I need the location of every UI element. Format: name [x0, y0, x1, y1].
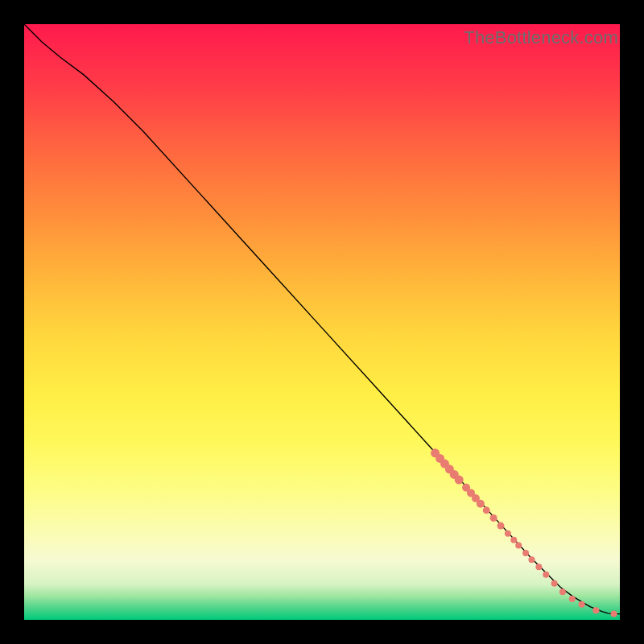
data-marker	[579, 601, 585, 608]
plot-area: TheBottleneck.com	[24, 24, 620, 620]
data-marker	[528, 556, 535, 563]
data-marker	[497, 522, 505, 530]
frame: TheBottleneck.com	[0, 0, 644, 644]
data-marker	[559, 588, 566, 595]
data-marker	[535, 564, 542, 570]
chart-svg	[24, 24, 620, 620]
data-marker	[592, 607, 599, 613]
markers-group	[431, 448, 617, 617]
curve-path	[24, 24, 620, 614]
data-marker	[611, 611, 617, 617]
data-marker	[490, 514, 497, 522]
data-marker	[522, 550, 529, 556]
data-marker	[515, 543, 522, 549]
data-marker	[510, 537, 517, 543]
data-marker	[505, 530, 511, 537]
data-marker	[543, 572, 549, 578]
data-marker	[483, 506, 490, 514]
data-marker	[551, 580, 558, 587]
data-marker	[477, 500, 485, 508]
data-marker	[569, 596, 576, 602]
data-marker	[455, 476, 464, 485]
